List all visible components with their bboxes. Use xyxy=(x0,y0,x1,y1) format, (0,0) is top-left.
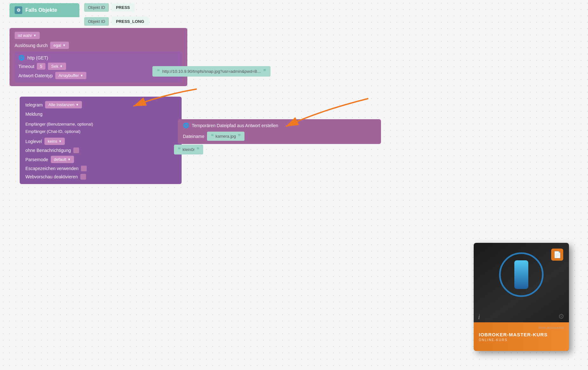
url-value: http://10.10.9.90/tmpfs/snap.jpg?usr=adm… xyxy=(162,69,261,74)
dateiname-label: Dateiname xyxy=(183,134,204,139)
quote-right-1: ❞ xyxy=(263,68,266,74)
product-subtitle: ONLINE-KURS xyxy=(479,338,564,342)
klein0r-value: klein0r xyxy=(183,147,195,152)
globe-icon: 🌐 xyxy=(18,55,25,61)
quote-left-3: ❝ xyxy=(211,133,214,139)
webvorschau-row: Webvorschau deaktivieren xyxy=(25,174,176,180)
loglevel-label: Loglevel xyxy=(25,139,42,144)
ist-wahr-arrow: ▼ xyxy=(33,34,37,37)
antwort-value: Arraybuffer xyxy=(58,73,79,78)
logo-circle xyxy=(499,252,544,297)
ist-wahr-dropdown[interactable]: ist wahr ▼ xyxy=(15,32,40,39)
escape-checkbox[interactable] xyxy=(81,166,87,171)
parsemode-label: Parsemode xyxy=(25,157,48,162)
kamera-value: kamera.jpg xyxy=(216,134,236,139)
auslosung-dropdown[interactable]: egal ▼ xyxy=(50,42,69,49)
product-gear-icon: ⚙ xyxy=(558,312,565,321)
parsemode-dropdown[interactable]: default ▼ xyxy=(51,156,74,163)
globe-icon-2: 🌐 xyxy=(183,122,189,128)
klein0r-block: ❝ klein0r ❞ xyxy=(174,145,203,154)
escape-row: Escapezeichen verwenden xyxy=(25,166,176,171)
falls-objekte-block: ⚙ Falls Objekte xyxy=(10,3,79,17)
loglevel-arrow: ▼ xyxy=(59,140,62,143)
ohne-checkbox[interactable] xyxy=(73,147,79,153)
product-brand: haus:automation xyxy=(538,326,565,329)
main-block: ist wahr ▼ Auslösung durch egal ▼ 🌐 http… xyxy=(10,28,187,86)
http-title-row: 🌐 http (GET) xyxy=(18,55,178,61)
ist-wahr-label: ist wahr xyxy=(18,33,32,38)
http-title: http (GET) xyxy=(27,55,48,60)
telegram-block: telegram Alle Instanzen ▼ Meldung Empfän… xyxy=(20,97,182,184)
antwort-dropdown[interactable]: Arraybuffer ▼ xyxy=(55,72,86,79)
webvorschau-checkbox[interactable] xyxy=(80,174,86,180)
antwort-label: Antwort-Datentyp xyxy=(18,73,53,78)
kamera-block: ❝ kamera.jpg ❞ xyxy=(207,132,244,141)
auslosung-row: Auslösung durch egal ▼ xyxy=(15,42,182,49)
objekt-id-value-1: PRESS xyxy=(111,3,134,12)
empfaenger2-row: Empfänger (Chat-ID, optional) xyxy=(25,129,176,134)
empfaenger1-row: Empfänger (Benutzername, optional) xyxy=(25,122,176,127)
product-title: IOBROKER-MASTER-KURS xyxy=(479,332,564,337)
falls-objekte-title: Falls Objekte xyxy=(25,7,57,13)
objekt-id-label-2: Objekt ID xyxy=(84,17,109,26)
instanzen-dropdown[interactable]: Alle Instanzen ▼ xyxy=(45,101,82,108)
logo-bar xyxy=(514,260,528,289)
timeout-unit-label: Sek xyxy=(51,64,58,69)
timeout-label: Timeout xyxy=(18,64,34,69)
objekt-id-row-2: Objekt ID PRESS_LONG xyxy=(84,17,149,26)
telegram-title-row: telegram Alle Instanzen ▼ xyxy=(25,101,176,108)
loglevel-row: Loglevel keins ▼ xyxy=(25,138,176,145)
temp-block: 🌐 Temporären Dateipfad aus Antwort erste… xyxy=(178,119,381,144)
objekt-id-label-1: Objekt ID xyxy=(84,3,109,12)
loglevel-value: keins xyxy=(48,139,57,144)
telegram-title-label: telegram xyxy=(25,102,43,107)
timeout-unit-dropdown[interactable]: Sek ▼ xyxy=(48,63,66,70)
auslosung-value: egal xyxy=(53,43,61,48)
escape-label: Escapezeichen verwenden xyxy=(25,166,78,171)
empfaenger2-label: Empfänger (Chat-ID, optional) xyxy=(25,129,80,134)
quote-left-1: ❝ xyxy=(157,68,160,74)
ohne-label: ohne Benachrichtigung xyxy=(25,148,71,153)
auslosung-arrow: ▼ xyxy=(63,44,66,47)
webvorschau-label: Webvorschau deaktivieren xyxy=(25,174,78,179)
meldung-row: Meldung xyxy=(25,112,176,117)
antwort-arrow: ▼ xyxy=(80,74,83,77)
objekt-id-row-1: Objekt ID PRESS xyxy=(84,3,134,12)
parsemode-arrow: ▼ xyxy=(68,158,71,161)
objekt-id-value-2: PRESS_LONG xyxy=(111,17,149,26)
instanzen-label: Alle Instanzen xyxy=(48,102,74,107)
temp-title: Temporären Dateipfad aus Antwort erstell… xyxy=(192,123,278,128)
url-block: ❝ http://10.10.9.90/tmpfs/snap.jpg?usr=a… xyxy=(152,66,271,77)
logo-area xyxy=(499,252,544,297)
gear-icon: ⚙ xyxy=(15,6,22,14)
meldung-label: Meldung xyxy=(25,112,43,117)
instanzen-arrow: ▼ xyxy=(76,103,79,106)
empfaenger1-label: Empfänger (Benutzername, optional) xyxy=(25,122,93,127)
dateiname-row: Dateiname ❝ kamera.jpg ❞ xyxy=(183,132,376,141)
parsemode-row: Parsemode default ▼ xyxy=(25,156,176,163)
quote-right-2: ❞ xyxy=(197,147,199,153)
product-box-image: 📄 i ⚙ IOBROKER-MASTER-KURS ONLINE-KURS h… xyxy=(474,243,569,351)
auslosung-label: Auslösung durch xyxy=(15,43,48,48)
parsemode-value: default xyxy=(54,157,66,162)
product-i-icon: i xyxy=(478,313,480,321)
quote-left-2: ❝ xyxy=(178,147,181,153)
timeout-value[interactable]: 5 xyxy=(37,63,45,70)
temp-title-row: 🌐 Temporären Dateipfad aus Antwort erste… xyxy=(183,122,376,128)
product-icon-top-right: 📄 xyxy=(551,249,563,261)
ohne-row: ohne Benachrichtigung xyxy=(25,147,176,153)
timeout-unit-arrow: ▼ xyxy=(60,65,63,68)
loglevel-dropdown[interactable]: keins ▼ xyxy=(44,138,65,145)
quote-right-3: ❞ xyxy=(238,133,241,139)
product-box: 📄 i ⚙ IOBROKER-MASTER-KURS ONLINE-KURS h… xyxy=(474,243,569,351)
ist-wahr-row: ist wahr ▼ xyxy=(15,32,182,39)
